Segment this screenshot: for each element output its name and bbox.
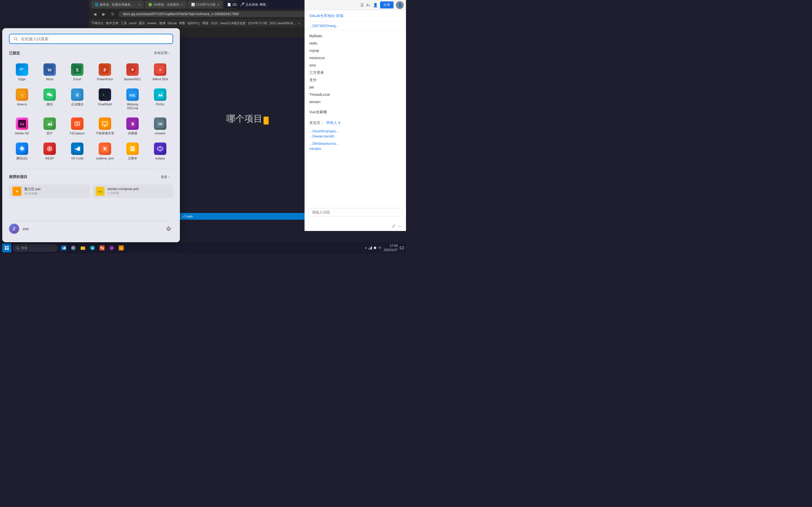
gitlab-section: GitLab仓库地址-前端 <box>305 10 406 21</box>
section-divider <box>9 169 173 169</box>
bookmark-2210[interactable]: 2210 <box>211 21 217 25</box>
app-icon-intranet: 通 <box>126 117 139 130</box>
git-branch[interactable]: ⎇ main <box>182 215 193 218</box>
user-avatar[interactable]: Z <box>9 224 19 234</box>
svg-text:A: A <box>120 247 122 249</box>
app-label-intranet: 内网通 <box>128 131 137 135</box>
ellipsis-icon[interactable]: ··· <box>398 224 402 229</box>
pinned-title: 已固定 <box>9 51 20 56</box>
user-initial: Z <box>13 226 15 231</box>
browser-tab-3[interactable]: 📊 2214学习小组 ✕ <box>188 1 223 8</box>
bookmark-gitlab[interactable]: GitLab <box>168 21 177 25</box>
svg-point-81 <box>101 246 102 247</box>
app-enterprise-wechat[interactable]: 企 企业微信 <box>64 86 90 113</box>
send-to-selector[interactable]: 所有人 ▾ <box>326 120 340 125</box>
volume-icon[interactable] <box>373 246 377 250</box>
panel-menu-icon[interactable]: ☰ <box>360 3 364 7</box>
taskbar-app4[interactable]: M <box>89 244 96 252</box>
bookmark-2214group[interactable]: 2214学习小组 <box>248 21 267 25</box>
bookmark-creator[interactable]: 创作中心 <box>188 21 200 25</box>
tray-icon1[interactable]: ∧ <box>364 246 367 250</box>
panel-user-icon[interactable]: 👤 <box>373 3 378 7</box>
app-edge[interactable]: Edge <box>9 61 35 84</box>
app-xmind[interactable]: ✦ XMind ZEN <box>147 61 173 84</box>
app-apowerrec[interactable]: ApowerREC <box>119 61 146 84</box>
taskbar-explorer[interactable] <box>79 244 87 252</box>
forward-btn[interactable]: ▶ <box>100 11 107 17</box>
bookmarks-more[interactable]: » <box>298 21 300 25</box>
taskbar-chrome[interactable] <box>69 244 77 252</box>
recommended-grid: 董立臣.aac 45 分钟前 YML docker-compose.yml 1 … <box>9 184 173 198</box>
share-btn[interactable]: 分享 <box>380 1 394 8</box>
taskbar-clock[interactable]: 17:58 2022/12/7 <box>384 244 398 252</box>
bookmark-questions[interactable]: 题目 <box>139 21 145 25</box>
ime-icon[interactable]: 中 <box>378 246 382 250</box>
app-drawio[interactable]: ◇ draw.io <box>9 86 35 113</box>
bookmark-2022java[interactable]: 2022-Java学科未... <box>269 21 296 25</box>
taskbar-app6[interactable]: ⬡ <box>108 244 116 252</box>
bookmark-blog[interactable]: 博客 <box>179 21 185 25</box>
message-input[interactable] <box>308 208 403 216</box>
refresh-btn[interactable]: ↻ <box>109 11 116 17</box>
app-finalshell[interactable]: $_ FinalShell <box>92 86 118 113</box>
app-webyog[interactable]: SQL Webyog SQLyog <box>119 86 146 113</box>
app-fscapture[interactable]: FSCapture <box>64 115 90 138</box>
repo-link-2[interactable]: ...3/weak-bandit/... <box>309 134 402 139</box>
tech-vue: Vue全家桶 <box>309 108 402 116</box>
app-adobexd[interactable]: Xd Adobe XD <box>9 115 35 138</box>
all-apps-btn[interactable]: 所有应用 › <box>151 50 173 57</box>
app-powerpoint[interactable]: P PowerPoint <box>92 61 118 84</box>
user-avatar-small[interactable]: 👤 <box>396 1 404 9</box>
taskbar-app7[interactable]: A <box>117 244 125 252</box>
bookmark-java2214[interactable]: Java2214项目进度 <box>220 21 246 25</box>
app-excel[interactable]: X Excel <box>64 61 90 84</box>
more-btn[interactable]: 更多 › <box>157 173 173 180</box>
gitlab-link[interactable]: GitLab仓库地址-前端 <box>309 13 343 18</box>
user-bar: Z zed ⏻ <box>9 221 173 237</box>
app-sublime[interactable]: sublime_text <box>92 140 118 163</box>
app-word[interactable]: W Word <box>37 61 63 84</box>
expand-icon[interactable]: ⤢ <box>392 223 396 229</box>
app-resp[interactable]: RESP <box>37 140 63 163</box>
app-qq[interactable]: 腾讯QQ <box>9 140 35 163</box>
app-photos[interactable]: 照片 <box>37 115 63 138</box>
taskbar-search[interactable]: 搜索 <box>12 244 57 252</box>
app-picgo[interactable]: PicGo <box>147 86 173 113</box>
svg-text:X: X <box>75 68 79 72</box>
start-search-input[interactable] <box>21 37 168 41</box>
bookmark-qianjin[interactable]: 千锋办公 <box>91 21 104 25</box>
repo-link-4[interactable]: nanqiao <box>309 146 402 151</box>
panel-text-icon[interactable]: A↑ <box>366 3 371 7</box>
back-btn[interactable]: ◀ <box>91 11 98 17</box>
app-qfscreen[interactable]: 千锋屏幕共享 <box>92 115 118 138</box>
taskbar-app5[interactable] <box>98 244 106 252</box>
bookmark-docs[interactable]: 教学文档 <box>106 21 118 25</box>
app-eclipse[interactable]: eclipse <box>147 140 173 163</box>
repo-link-3[interactable]: ...3/findxiaoluo/na... <box>309 141 402 146</box>
bookmark-newtec[interactable]: newtec <box>147 21 157 25</box>
network-icon[interactable] <box>368 246 372 250</box>
gitlab-url-link[interactable]: ...24574822/nang... <box>309 24 338 28</box>
app-intranet[interactable]: 通 内网通 <box>119 115 146 138</box>
app-vscode[interactable]: VS Code <box>64 140 90 163</box>
tech-stream: stream <box>309 98 402 106</box>
bookmark-weibo[interactable]: 微博 <box>159 21 165 25</box>
start-button[interactable] <box>2 243 11 252</box>
notification-icon[interactable] <box>400 246 404 250</box>
taskbar-vscode[interactable] <box>60 244 68 252</box>
bookmark-weekly[interactable]: 周报 <box>202 21 208 25</box>
browser-tab-1[interactable]: 🌐 服务器 - 轻量应用服务器 - 控制... ✕ <box>91 1 144 8</box>
svg-text:$_: $_ <box>103 93 106 97</box>
rec-item-0[interactable]: 董立臣.aac 45 分钟前 <box>9 184 90 198</box>
repo-link-1[interactable]: ...3/world/nanqiao... <box>309 129 402 134</box>
rec-item-1[interactable]: YML docker-compose.yml 1 小时前 <box>92 184 173 198</box>
browser-tab-2[interactable]: 🟢 OA系统 - 在线签到 ✕ <box>145 1 187 8</box>
bookmark-tools[interactable]: 工具 <box>121 21 127 25</box>
recommended-section-header: 推荐的项目 更多 › <box>9 173 173 180</box>
app-icon-qq <box>16 143 28 155</box>
app-vmware[interactable]: VM vmware <box>147 115 173 138</box>
bookmark-excel[interactable]: excel <box>129 21 137 25</box>
app-notepad[interactable]: 记事本 <box>119 140 146 163</box>
power-btn[interactable]: ⏻ <box>164 224 173 233</box>
app-wechat[interactable]: 微信 <box>37 86 63 113</box>
